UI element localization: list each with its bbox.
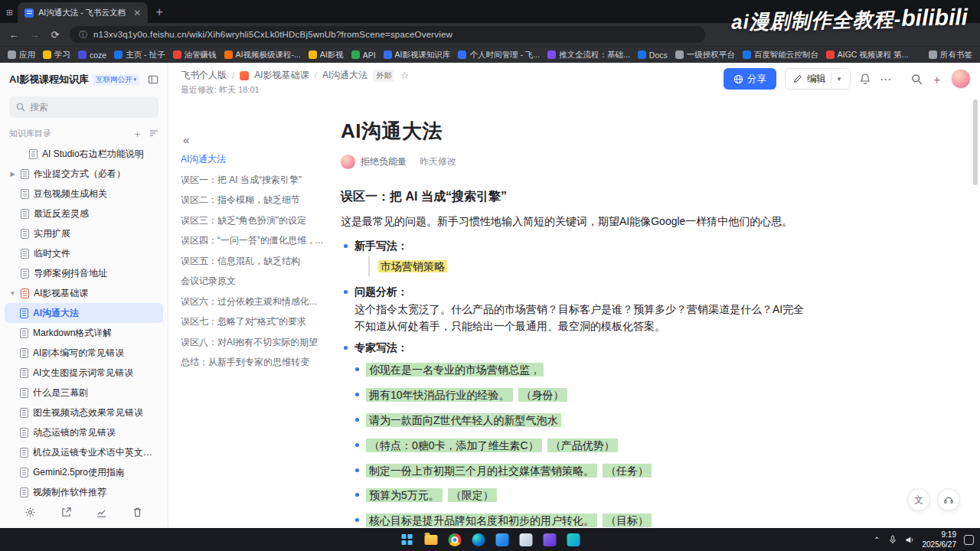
breadcrumb-item[interactable]: 飞书个人版 — [181, 69, 227, 82]
outline-item[interactable]: 误区四：“一问一答”的僵化思维，... — [181, 234, 332, 247]
outline-item[interactable]: 误区五：信息混乱，缺乏结构 — [181, 255, 332, 268]
outline-item[interactable]: 误区八：对AI抱有不切实际的期望 — [181, 336, 332, 349]
bookmark-item[interactable]: AI影视 — [309, 50, 344, 60]
bookmark-item[interactable]: AI影视课知识库 — [384, 50, 451, 60]
sidebar-item[interactable]: 什么是三幕剧 — [5, 383, 163, 403]
outline-item[interactable]: 误区六：过分依赖主观和情感化... — [181, 295, 332, 308]
bookmark-item[interactable]: 个人时间管理 - 飞... — [458, 50, 540, 60]
file-explorer-button[interactable] — [422, 530, 440, 549]
sidebar-item[interactable]: Gemini2.5pro使用指南 — [5, 462, 163, 482]
sidebar-item[interactable]: ▶作业提交方式（必看） — [5, 164, 163, 184]
analytics-icon[interactable] — [96, 507, 107, 518]
outline-item-active[interactable]: AI沟通大法 — [181, 153, 332, 166]
breadcrumb-item[interactable]: AI沟通大法 — [322, 69, 368, 82]
tray-expand-icon[interactable]: ⌃ — [874, 536, 880, 544]
outline-item[interactable]: 会议记录原文 — [181, 275, 332, 288]
site-info-icon[interactable]: ⓘ — [79, 29, 87, 41]
outline-item[interactable]: 误区一：把 AI 当成“搜索引擎” — [181, 174, 332, 187]
bookmark-favicon — [675, 51, 684, 59]
bookmark-item[interactable]: API — [351, 51, 376, 60]
search-input[interactable]: 搜索 — [9, 96, 158, 118]
tab-close-icon[interactable]: ✕ — [133, 8, 141, 18]
visibility-badge[interactable]: 互联网公开▾ — [93, 74, 139, 86]
sidebar-item[interactable]: Markdown格式详解 — [5, 323, 163, 343]
bookmark-item[interactable]: 学习 — [43, 50, 70, 60]
outline-item[interactable]: 误区七：忽略了对“格式”的要求 — [181, 315, 332, 328]
bookmark-item[interactable]: AIGC 视频课程 第... — [826, 50, 909, 60]
sidebar-item[interactable]: 实用扩展 — [5, 223, 163, 243]
chrome-button[interactable] — [446, 530, 464, 549]
app-button[interactable] — [517, 530, 535, 549]
settings-gear-icon[interactable] — [24, 507, 36, 518]
start-button[interactable] — [398, 530, 416, 549]
outline-item[interactable]: 总结：从新手到专家的思维转变 — [181, 356, 332, 369]
sidebar-item-expanded[interactable]: ▼AI影视基础课 — [5, 283, 163, 303]
bookmark-item[interactable]: 主页 - 扯子 — [114, 50, 165, 60]
back-icon[interactable]: ← — [8, 29, 20, 41]
volume-icon[interactable] — [905, 535, 915, 545]
app-button[interactable] — [564, 530, 583, 549]
sort-icon[interactable] — [149, 129, 158, 139]
bookmark-item[interactable]: 一级授权平台 — [675, 50, 735, 60]
sidebar-item[interactable]: 图生视频动态效果常见错误 — [5, 403, 163, 422]
chevron-down-icon[interactable]: ▼ — [836, 76, 842, 83]
reload-icon[interactable]: ⟳ — [49, 29, 61, 41]
outline-item[interactable]: 误区二：指令模糊，缺乏细节 — [181, 194, 332, 207]
author-avatar[interactable] — [341, 155, 355, 169]
more-menu-icon[interactable]: ⋯ — [880, 73, 891, 85]
forward-icon[interactable]: → — [28, 29, 41, 41]
new-tab-button[interactable]: + — [155, 5, 163, 18]
collapse-outline-icon[interactable]: « — [183, 133, 189, 146]
outline-item[interactable]: 误区三：缺乏“角色扮演”的设定 — [181, 214, 332, 227]
notification-center-icon[interactable] — [964, 535, 974, 545]
taskbar-clock[interactable]: 9:19 2025/6/27 — [923, 530, 957, 549]
sidebar-item[interactable]: AI文生图提示词常见错误 — [5, 363, 163, 383]
tab-grid-icon[interactable]: ⊞ — [6, 8, 13, 18]
browser-tab[interactable]: AI沟通大法 - 飞书云文档 ✕ — [18, 2, 148, 23]
bookmark-item[interactable]: coze — [78, 51, 106, 60]
sidebar-item[interactable]: 最近反差灵感 — [5, 204, 163, 223]
bookmark-item[interactable]: AI视频极级课程-... — [224, 50, 301, 60]
search-icon[interactable] — [911, 73, 923, 85]
sidebar-item[interactable]: 豆包视频生成相关 — [5, 184, 163, 204]
breadcrumb-item[interactable]: AI影视基础课 — [254, 69, 309, 82]
app-button[interactable] — [493, 530, 511, 549]
sidebar-item-selected[interactable]: AI沟通大法 — [5, 303, 163, 323]
star-icon[interactable]: ☆ — [400, 70, 409, 81]
bookmark-all-bookmarks[interactable]: 所有书签 — [929, 50, 972, 60]
sidebar-item[interactable]: 导师案例抖音地址 — [5, 263, 163, 283]
url-bar[interactable]: ⓘ n13xv3q1y0o.feishu.cn/wiki/Xih6wryhli5… — [70, 26, 705, 43]
add-page-icon[interactable]: ＋ — [132, 129, 142, 139]
sidebar-item[interactable]: AI剧本编写的常见错误 — [5, 343, 163, 363]
sidebar-item[interactable]: 临时文件 — [5, 243, 163, 263]
clock-date: 2025/6/27 — [923, 540, 957, 549]
notification-bell-icon[interactable] — [859, 73, 871, 85]
wiki-title[interactable]: AI影视课程知识库 — [9, 73, 89, 86]
chevron-right-icon[interactable]: ▶ — [9, 171, 16, 178]
microphone-icon[interactable] — [888, 535, 897, 544]
tab-title: AI沟通大法 - 飞书云文档 — [38, 8, 129, 18]
bookmark-favicon — [743, 51, 751, 59]
help-assistant-button[interactable] — [937, 488, 960, 511]
edge-button[interactable] — [469, 530, 488, 549]
bookmark-item[interactable]: 百度智能云控制台 — [743, 50, 818, 60]
scrollbar-thumb[interactable] — [973, 99, 978, 185]
author-name[interactable]: 拒绝负能量 — [361, 155, 407, 168]
bookmark-item[interactable]: 应用 — [8, 50, 35, 60]
trash-icon[interactable] — [132, 507, 143, 518]
create-new-icon[interactable]: ＋ — [931, 73, 942, 85]
bookmark-item[interactable]: 油管赚钱 — [173, 50, 217, 60]
export-icon[interactable] — [60, 507, 72, 518]
sidebar-item[interactable]: AI Studio右边栏功能说明 — [5, 144, 163, 164]
edit-button[interactable]: 编辑 ▼ — [785, 68, 851, 90]
share-button[interactable]: 分享 — [724, 68, 776, 90]
bookmark-item[interactable]: 推文全流程：基础... — [547, 50, 630, 60]
app-button[interactable] — [541, 530, 559, 549]
collapse-sidebar-icon[interactable] — [148, 74, 158, 85]
bookmark-item[interactable]: Docs — [638, 51, 668, 60]
translate-doc-button[interactable]: 文 — [907, 488, 930, 511]
chevron-down-icon[interactable]: ▼ — [9, 290, 16, 297]
sidebar-item[interactable]: 机位及运镜专业术语中英文对... — [5, 442, 163, 462]
user-avatar[interactable] — [951, 69, 971, 89]
sidebar-item[interactable]: 动态运镜的常见错误 — [5, 422, 163, 442]
